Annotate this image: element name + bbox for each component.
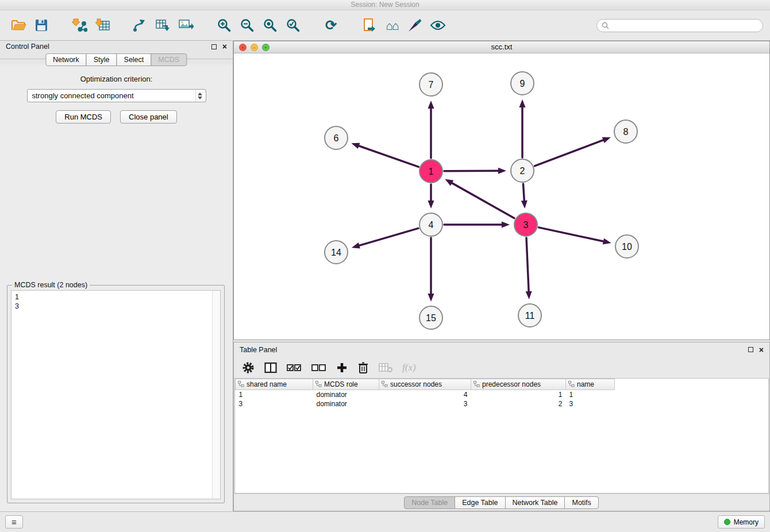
table-row[interactable]: 1dominator411 <box>236 390 615 399</box>
zoom-selected-icon <box>286 18 301 33</box>
memory-button[interactable]: Memory <box>718 515 765 529</box>
close-window-icon[interactable]: × <box>239 44 247 51</box>
import-network-button[interactable] <box>68 14 91 37</box>
minimize-window-icon[interactable]: − <box>251 44 258 51</box>
panel-list-icon: ≡ <box>11 517 17 527</box>
network-group <box>129 14 198 37</box>
float-table-panel-icon[interactable] <box>748 347 753 352</box>
add-row-button[interactable] <box>336 362 348 373</box>
deselect-all-button[interactable] <box>311 363 326 373</box>
save-session-button[interactable] <box>30 14 53 37</box>
mcds-result-area[interactable]: 13 <box>11 290 221 499</box>
mcds-panel: Optimization criterion: strongly connect… <box>0 64 233 511</box>
memory-label: Memory <box>734 518 759 526</box>
node-table[interactable]: shared nameMCDS rolesuccessor nodesprede… <box>234 378 769 494</box>
table-tabs: Node TableEdge TableNetwork TableMotifs <box>405 496 599 509</box>
export-image-button[interactable] <box>175 14 198 37</box>
columns-icon <box>264 362 277 373</box>
paint-brush-icon <box>407 18 422 33</box>
node-label-10: 10 <box>622 242 632 252</box>
column-header-predecessor-nodes[interactable]: predecessor nodes <box>471 379 566 390</box>
table-settings-button[interactable] <box>242 361 255 374</box>
run-mcds-button[interactable]: Run MCDS <box>56 110 111 124</box>
tab-style[interactable]: Style <box>86 53 117 66</box>
close-table-panel-icon[interactable]: × <box>759 347 764 353</box>
tab-mcds[interactable]: MCDS <box>151 53 187 66</box>
show-panels-button[interactable]: ≡ <box>5 515 23 529</box>
column-header-mcds-role[interactable]: MCDS role <box>313 379 379 390</box>
zoom-out-button[interactable] <box>236 14 259 37</box>
delete-rows-button[interactable] <box>357 361 369 374</box>
open-session-button[interactable] <box>7 14 30 37</box>
tab-motifs[interactable]: Motifs <box>564 496 598 509</box>
node-label-9: 9 <box>520 79 525 88</box>
column-header-name[interactable]: name <box>566 379 615 390</box>
status-bar: ≡ Memory <box>0 511 770 532</box>
first-neighbors-button[interactable]: ⌂⌂ <box>380 14 403 37</box>
column-header-shared-name[interactable]: shared name <box>236 379 313 390</box>
zoom-fit-button[interactable] <box>259 14 282 37</box>
edge-3-to-10[interactable] <box>538 228 604 242</box>
select-all-button[interactable] <box>287 363 302 373</box>
home-icons: ⌂⌂ <box>386 20 398 32</box>
tab-edge-table[interactable]: Edge Table <box>455 496 505 509</box>
network-from-url-icon <box>133 18 148 33</box>
edge-arrowhead <box>428 101 434 109</box>
edge-arrowhead <box>428 201 434 209</box>
edge-1-to-6[interactable] <box>358 145 419 167</box>
float-panel-icon[interactable] <box>211 44 217 49</box>
control-panel-tab-strip: NetworkStyleSelectMCDS <box>0 53 233 64</box>
edge-1-to-2[interactable] <box>444 171 499 171</box>
mcds-result-node: 1 <box>15 292 209 302</box>
delete-table-button[interactable] <box>379 363 392 373</box>
edge-3-to-11[interactable] <box>526 238 529 292</box>
edge-4-to-14[interactable] <box>358 228 418 245</box>
apply-layout-button[interactable]: ⟳ <box>319 14 342 37</box>
edge-3-to-1[interactable] <box>451 183 514 218</box>
network-from-url-button[interactable] <box>129 14 152 37</box>
clone-network-button[interactable] <box>357 14 380 37</box>
node-label-15: 15 <box>426 313 436 323</box>
apply-function-button[interactable]: f(x) <box>402 362 416 373</box>
mcds-result-node: 3 <box>15 302 209 311</box>
search-input[interactable] <box>612 21 758 29</box>
zoom-window-icon[interactable]: + <box>262 44 270 51</box>
edge-arrowhead <box>526 291 532 299</box>
result-scrollbar[interactable] <box>212 291 220 499</box>
tab-node-table[interactable]: Node Table <box>404 496 455 509</box>
zoom-selected-button[interactable] <box>282 14 305 37</box>
table-row[interactable]: 3dominator323 <box>236 399 615 408</box>
vertical-splitter-grip[interactable]: ⋮ <box>0 228 2 232</box>
paint-style-button[interactable] <box>403 14 426 37</box>
zoom-in-button[interactable] <box>213 14 236 37</box>
clone-network-icon <box>362 18 376 33</box>
plus-icon <box>336 362 348 373</box>
gear-icon <box>242 361 255 374</box>
tab-select[interactable]: Select <box>117 53 152 66</box>
tab-network-table[interactable]: Network Table <box>505 496 565 509</box>
close-panel-icon[interactable]: × <box>222 44 227 49</box>
optimization-criterion-select[interactable]: strongly connected component <box>27 89 206 102</box>
show-hide-button[interactable] <box>426 14 449 37</box>
edge-2-to-8[interactable] <box>535 140 605 166</box>
network-window-titlebar[interactable]: × − + scc.txt <box>234 41 769 53</box>
control-panel-tabs: NetworkStyleSelectMCDS <box>46 53 187 66</box>
edge-arrowhead <box>498 168 506 174</box>
column-header-successor-nodes[interactable]: successor nodes <box>379 379 471 390</box>
network-graph[interactable]: 7968124314101511 <box>234 53 769 340</box>
network-canvas[interactable]: 7968124314101511 <box>234 53 769 340</box>
import-network-icon <box>71 18 87 33</box>
sort-tree-icon <box>382 381 388 387</box>
edge-2-to-3[interactable] <box>523 184 524 202</box>
show-columns-button[interactable] <box>264 362 277 373</box>
network-window-title: scc.txt <box>491 43 513 51</box>
edge-arrowhead <box>502 222 510 228</box>
node-table-body: 1dominator4113dominator323 <box>236 390 615 408</box>
main-toolbar: ⟳ ⌂⌂ <box>0 10 770 41</box>
tab-network[interactable]: Network <box>45 53 87 66</box>
search-field[interactable] <box>596 19 763 32</box>
import-table-button[interactable] <box>91 14 114 37</box>
sort-tree-icon <box>473 381 480 387</box>
close-panel-button[interactable]: Close panel <box>120 110 177 124</box>
new-network-view-button[interactable] <box>152 14 175 37</box>
